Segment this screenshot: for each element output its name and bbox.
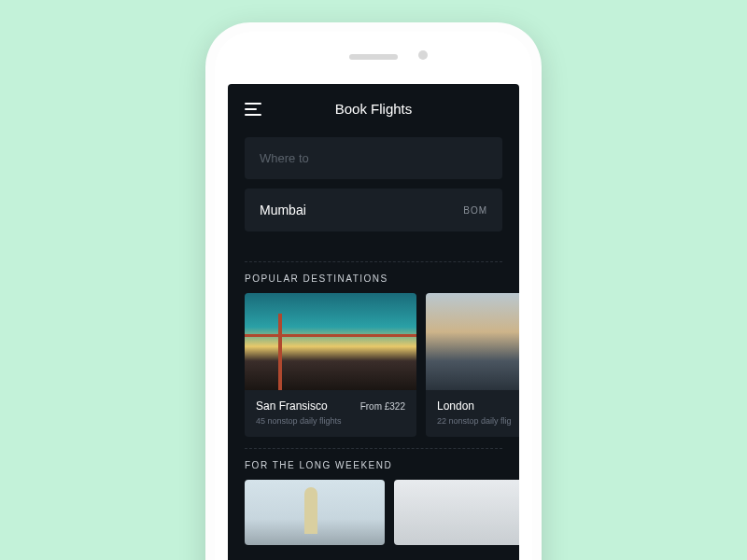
card-body: San Fransisco From £322 45 nonstop daily… [245, 390, 416, 437]
destination-sub: 45 nonstop daily flights [256, 416, 405, 426]
from-city-value: Mumbai [260, 203, 306, 217]
section-divider [245, 261, 502, 262]
weekend-section-title: FOR THE LONG WEEKEND [228, 460, 519, 480]
app-screen: Book Flights Where to Mumbai BOM POPULAR… [228, 84, 519, 560]
destination-name: London [437, 399, 474, 413]
from-city-field[interactable]: Mumbai BOM [245, 189, 502, 231]
phone-speaker [349, 54, 398, 60]
destination-image [426, 293, 519, 390]
destination-card-london[interactable]: London 22 nonstop daily flig [426, 293, 519, 437]
destination-sub: 22 nonstop daily flig [437, 416, 517, 426]
weekend-card[interactable] [245, 480, 385, 545]
destination-card-sf[interactable]: San Fransisco From £322 45 nonstop daily… [245, 293, 416, 437]
weekend-cards-row[interactable] [228, 480, 519, 545]
page-title: Book Flights [245, 101, 502, 117]
destination-price: From £322 [360, 401, 405, 412]
section-divider [245, 448, 502, 449]
destination-name: San Fransisco [256, 399, 328, 413]
app-header: Book Flights [228, 84, 519, 130]
popular-cards-row[interactable]: San Fransisco From £322 45 nonstop daily… [228, 293, 519, 441]
from-city-code: BOM [463, 205, 487, 216]
phone-camera [418, 50, 428, 60]
popular-section-title: POPULAR DESTINATIONS [228, 273, 519, 293]
where-to-input[interactable]: Where to [245, 137, 502, 179]
card-body: London 22 nonstop daily flig [426, 390, 519, 437]
destination-image [245, 293, 416, 390]
search-area: Where to Mumbai BOM [228, 130, 519, 254]
where-to-placeholder: Where to [260, 151, 309, 165]
weekend-card[interactable] [394, 480, 519, 545]
phone-device-frame: Book Flights Where to Mumbai BOM POPULAR… [205, 22, 542, 560]
phone-bezel: Book Flights Where to Mumbai BOM POPULAR… [215, 32, 532, 560]
